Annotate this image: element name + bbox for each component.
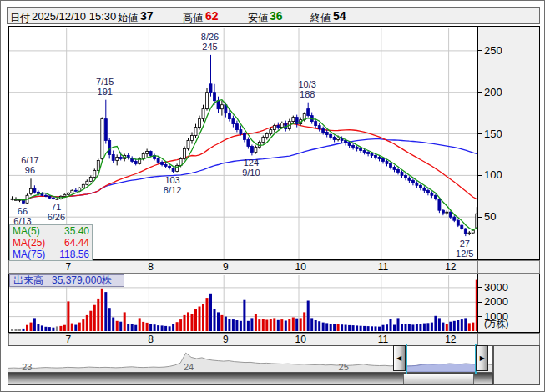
volume-axis: 300020001000(万株) (477, 274, 540, 333)
low-value: 36 (270, 9, 283, 23)
month-label: 10 (295, 334, 306, 345)
navigator-left-handle[interactable]: ◀ (393, 345, 406, 371)
price-tick (478, 50, 482, 51)
price-tick (478, 92, 482, 93)
right-arrow-icon: ▶ (480, 354, 485, 362)
month-label: 12 (445, 261, 456, 273)
high-value: 62 (205, 9, 219, 23)
price-tick (478, 133, 482, 134)
chart-annotation: 716/26 (48, 202, 65, 222)
ma25-label: MA(25) (13, 237, 45, 249)
ma75-label: MA(75) (13, 249, 45, 260)
price-tick-label: 150 (484, 128, 502, 140)
close-label: 終値 (310, 11, 331, 25)
price-tick (478, 217, 482, 218)
navigator-canvas (8, 346, 492, 372)
chart-annotation: 2712/5 (456, 239, 473, 259)
price-axis: 50100150200250 (477, 26, 540, 260)
ma25-value: 64.44 (64, 237, 89, 249)
chart-annotation: 666/13 (13, 206, 31, 226)
nav-year-label: 23 (22, 362, 32, 372)
close-value: 54 (333, 9, 346, 23)
month-label: 11 (378, 261, 388, 273)
price-tick-label: 100 (484, 168, 502, 181)
stock-chart-window: 日付 2025/12/10 15:30 始値 37 高値 62 安値 36 終値… (0, 0, 545, 392)
ma5-row: MA(5) 35.40 (10, 225, 92, 237)
volume-tick (478, 302, 482, 303)
price-tick-label: 50 (484, 210, 496, 223)
date-label: 日付 (10, 11, 30, 25)
volume-unit-label: (万株) (484, 318, 537, 330)
left-arrow-icon: ◀ (396, 354, 401, 362)
volume-tick-label: 3000 (484, 281, 508, 294)
chart-annotation: 1249/10 (242, 158, 260, 178)
ma-legend: MA(5) 35.40 MA(25) 64.44 MA(75) 118.56 (9, 224, 93, 261)
nav-year-label: 24 (184, 362, 194, 372)
month-label: 8 (148, 261, 154, 273)
ma75-value: 118.56 (59, 249, 89, 260)
month-label: 11 (378, 334, 388, 345)
volume-tick-label: 2000 (484, 295, 508, 308)
chart-annotation: 10/3188 (298, 79, 315, 99)
quote-header: 日付 2025/12/10 15:30 始値 37 高値 62 安値 36 終値… (7, 7, 540, 24)
ma5-label: MA(5) (13, 225, 40, 237)
bottom-right-spacer (493, 345, 540, 385)
price-tick-label: 250 (484, 44, 502, 57)
open-value: 37 (140, 9, 154, 23)
month-label: 8 (148, 334, 154, 345)
scrollbar-thumb[interactable] (403, 374, 475, 384)
month-label: 7 (66, 261, 72, 273)
volume-tick (478, 287, 482, 288)
nav-year-label: 25 (339, 362, 349, 372)
chart-annotation: 7/15191 (96, 77, 114, 97)
ma5-value: 35.40 (64, 225, 89, 237)
chart-annotation: 8/26245 (201, 32, 219, 52)
volume-value: 35,379,000株 (52, 274, 112, 286)
h-scrollbar[interactable] (8, 373, 493, 385)
price-tick-label: 200 (484, 86, 502, 98)
ma25-row: MA(25) 64.44 (10, 237, 92, 249)
volume-label: 出来高 (13, 274, 43, 286)
month-label: 7 (66, 334, 72, 345)
month-label: 12 (445, 334, 456, 345)
ma75-row: MA(75) 118.56 (10, 249, 92, 260)
month-label: 9 (223, 261, 229, 273)
chart-annotation: 6/1796 (21, 155, 38, 175)
price-tick (478, 175, 482, 176)
volume-header: 出来高35,379,000株 (9, 274, 124, 287)
volume-tick (478, 316, 482, 317)
open-label: 始値 (118, 11, 138, 25)
range-navigator[interactable]: 232425 (8, 345, 493, 373)
month-label: 9 (223, 334, 229, 345)
high-label: 高値 (183, 11, 203, 25)
low-label: 安値 (248, 11, 268, 25)
selection-start-line (406, 344, 407, 374)
chart-annotation: 1038/12 (164, 175, 181, 195)
month-axis-price: 789101112 (8, 260, 540, 274)
month-label: 10 (295, 261, 306, 273)
navigator-right-handle[interactable]: ▶ (476, 345, 488, 371)
month-axis-volume: 789101112 (8, 333, 540, 346)
date-value: 2025/12/10 15:30 (32, 10, 116, 23)
